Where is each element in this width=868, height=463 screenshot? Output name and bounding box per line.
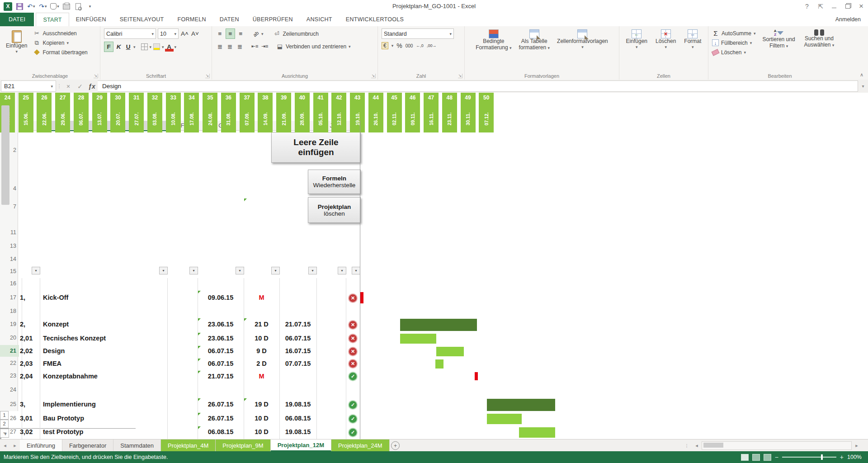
tab-datei[interactable]: DATEI	[0, 13, 34, 26]
cell-nr[interactable]: 2,01	[20, 335, 33, 342]
underline-dropdown-icon[interactable]: ▾	[133, 45, 136, 49]
accounting-format-icon[interactable]: €	[382, 42, 388, 49]
decrease-indent-icon[interactable]: ⇤≡	[250, 42, 259, 51]
row-header-15[interactable]: 15	[0, 267, 19, 275]
cell-nr[interactable]: 2,03	[20, 360, 33, 367]
zoom-in-icon[interactable]: +	[840, 454, 844, 461]
enter-icon[interactable]: ✓	[74, 80, 86, 93]
sign-in-link[interactable]: Anmelden	[835, 13, 868, 26]
find-select-button[interactable]: Suchen undAuswählen ▾	[802, 28, 837, 49]
number-dialog-launcher-icon[interactable]: ↘	[458, 74, 462, 78]
cell-start[interactable]: 21.07.15	[198, 373, 244, 380]
alignment-dialog-launcher-icon[interactable]: ↘	[371, 74, 376, 78]
undo-icon[interactable]: ↶▾	[27, 2, 36, 11]
tab-überprüfen[interactable]: ÜBERPRÜFEN	[246, 13, 300, 26]
row-header-24[interactable]: 24	[0, 383, 19, 397]
conditional-formatting-button[interactable]: BedingteFormatierung ▾	[473, 28, 514, 52]
tab-einfügen[interactable]: EINFÜGEN	[69, 13, 113, 26]
cut-button[interactable]: ✂Ausschneiden	[33, 28, 87, 38]
cell-nr[interactable]: 3,	[20, 401, 25, 408]
touch-mode-icon[interactable]: ▾	[50, 2, 59, 11]
cell-start[interactable]: 06.08.15	[198, 428, 244, 435]
redo-icon[interactable]: ↷▾	[38, 2, 47, 11]
cell-dauer[interactable]: M	[244, 373, 279, 380]
quick-print-icon[interactable]	[62, 2, 71, 11]
filter-dropdown-icon[interactable]: ▾	[159, 267, 168, 274]
tab-seitenlayout[interactable]: SEITENLAYOUT	[113, 13, 171, 26]
font-color-icon[interactable]: A	[165, 42, 174, 52]
sheet-tab-farbgenerator[interactable]: Farbgenerator	[62, 439, 113, 452]
cell-ende[interactable]: 06.07.15	[279, 335, 316, 342]
sheet-nav-right-icon[interactable]: ▸	[10, 439, 20, 452]
filter-dropdown-icon[interactable]: ▾	[338, 267, 346, 274]
collapse-ribbon-icon[interactable]: ∧	[860, 72, 863, 78]
tab-formeln[interactable]: FORMELN	[171, 13, 213, 26]
row-header-13[interactable]: 13	[0, 242, 19, 250]
merge-center-button[interactable]: ⬓Verbinden und zentrieren ▾	[276, 42, 351, 51]
cell-start[interactable]: 26.07.15	[198, 401, 244, 408]
insert-function-icon[interactable]: ƒx	[86, 80, 98, 93]
new-sheet-button[interactable]: +	[390, 439, 401, 452]
align-bottom-icon[interactable]: ≡	[236, 29, 245, 38]
page-layout-view-icon[interactable]	[752, 454, 760, 461]
copy-button[interactable]: ⧉Kopieren ▾	[33, 38, 87, 47]
close-icon[interactable]: ×	[854, 1, 868, 12]
hscroll-track[interactable]	[702, 441, 852, 450]
borders-dropdown-icon[interactable]: ▾	[150, 45, 152, 49]
hscroll-left-icon[interactable]: ◂	[692, 443, 702, 449]
cell-task[interactable]: Tecnisches Konzept	[43, 335, 106, 342]
cell-dauer[interactable]: 10 D	[244, 428, 279, 435]
percent-style-icon[interactable]: %	[396, 42, 402, 49]
row-header-22[interactable]: 22	[0, 358, 19, 369]
page-break-view-icon[interactable]	[764, 454, 771, 461]
formula-input[interactable]: Design	[98, 80, 858, 92]
grow-font-button[interactable]: A˄	[180, 29, 189, 38]
font-color-dropdown-icon[interactable]: ▾	[175, 45, 177, 49]
cell-dauer[interactable]: 10 D	[244, 335, 279, 342]
zoom-slider[interactable]	[782, 457, 836, 458]
fill-button[interactable]: ↓Füllbereich ▾	[712, 38, 756, 47]
cell-ende[interactable]: 16.07.15	[279, 347, 316, 354]
filter-dropdown-icon[interactable]: ▾	[189, 267, 198, 274]
decrease-decimal-icon[interactable]: ,00→	[427, 43, 437, 48]
sheet-tab-projektplan_4m[interactable]: Projektplan_4M	[161, 439, 216, 452]
cell-dauer[interactable]: 21 D	[244, 321, 279, 328]
cell-task[interactable]: Kick-Off	[43, 294, 68, 301]
zoom-out-icon[interactable]: −	[775, 454, 778, 461]
print-preview-icon[interactable]	[74, 2, 83, 11]
restore-icon[interactable]	[841, 1, 854, 12]
sheet-tab-einführung[interactable]: Einführung	[20, 439, 62, 452]
row-header-14[interactable]: 14	[0, 255, 19, 263]
bold-button[interactable]: F	[104, 42, 113, 52]
cell-nr[interactable]: 2,04	[20, 373, 33, 380]
row-header-23[interactable]: 23	[0, 370, 19, 382]
underline-button[interactable]: U	[124, 42, 132, 52]
zoom-level[interactable]: 100%	[847, 454, 862, 460]
ribbon-display-options-icon[interactable]: ⇱	[814, 1, 827, 12]
minimize-icon[interactable]	[827, 1, 841, 12]
row-header-18[interactable]: 18	[0, 306, 19, 317]
cell-task[interactable]: test Prototyp	[43, 428, 83, 435]
cell-dauer[interactable]: M	[244, 294, 279, 301]
cell-task[interactable]: FMEA	[43, 360, 61, 367]
fill-color-icon[interactable]	[152, 42, 161, 52]
cell-dauer[interactable]: 19 D	[244, 401, 279, 408]
format-cells-button[interactable]: ↔ Format▾	[682, 28, 703, 50]
row-header-17[interactable]: 17	[0, 290, 19, 305]
increase-decimal-icon[interactable]: ←,0	[416, 43, 424, 48]
comma-style-icon[interactable]: 000	[406, 43, 413, 48]
sheet-tab-projektplan_12m[interactable]: Projektplan_12M	[271, 439, 331, 452]
font-family-select[interactable]: Calibri▾	[104, 28, 156, 39]
italic-button[interactable]: K	[114, 42, 123, 52]
wrap-text-button[interactable]: ⏎Zeilenumbruch	[274, 29, 319, 38]
increase-indent-icon[interactable]: ⇥≡	[260, 42, 269, 51]
filter-dropdown-icon[interactable]: ▾	[32, 267, 40, 274]
row-header-21[interactable]: 21	[0, 345, 19, 357]
row-header-20[interactable]: 20	[0, 332, 19, 344]
delete-cells-button[interactable]: ✕ Löschen▾	[653, 28, 678, 50]
tab-ansicht[interactable]: ANSICHT	[300, 13, 339, 26]
cell-start[interactable]: 26.07.15	[198, 415, 244, 422]
sheet-nav-left-icon[interactable]: ◂	[0, 439, 10, 452]
filter-dropdown-icon[interactable]: ▾	[271, 267, 280, 274]
align-center-icon[interactable]: ≣	[226, 42, 234, 51]
